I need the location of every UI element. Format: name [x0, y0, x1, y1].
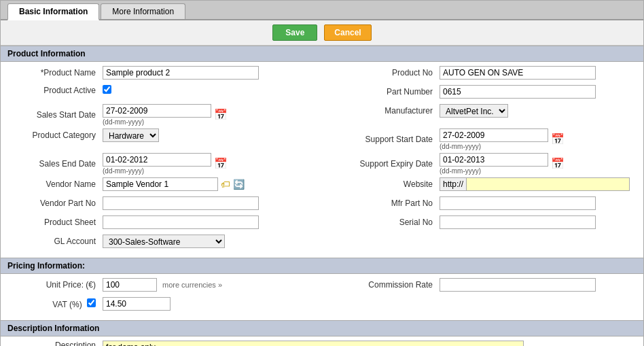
sales-start-date-label: Sales Start Date [7, 110, 103, 120]
gl-account-label: GL Account [7, 237, 103, 246]
col-product-no-right: Product No [344, 66, 596, 80]
row-description: Description for demo only [7, 341, 637, 346]
description-field: for demo only [103, 341, 524, 346]
save-button-top[interactable]: Save [272, 24, 317, 41]
support-expiry-calendar-icon[interactable]: 📅 [551, 158, 565, 169]
product-name-field [103, 66, 259, 80]
sales-end-date-field: (dd-mm-yyyy) 📅 [103, 153, 259, 175]
vat-field [103, 297, 259, 311]
product-category-select[interactable]: Hardware Software Services [103, 128, 159, 142]
sales-start-date-input[interactable] [103, 104, 211, 118]
product-active-field [103, 85, 259, 96]
part-number-input[interactable] [440, 85, 596, 99]
product-name-input[interactable] [103, 66, 259, 80]
col-product-category-left: Product Category Hardware Software Servi… [7, 128, 259, 142]
support-start-date-hint: (dd-mm-yyyy) [440, 143, 548, 150]
pricing-info-section: Unit Price: (€) more currencies » Commis… [1, 274, 643, 320]
product-no-label: Product No [344, 68, 440, 77]
support-expiry-date-hint: (dd-mm-yyyy) [440, 167, 548, 175]
mfr-part-no-input[interactable] [440, 196, 596, 210]
vendor-select-icon[interactable]: 🏷 [221, 179, 230, 190]
row-sales-start: Sales Start Date (dd-mm-yyyy) 📅 Manufact… [7, 104, 637, 126]
product-sheet-input[interactable] [103, 215, 259, 229]
tab-more-information[interactable]: More Information [101, 3, 185, 19]
sales-end-date-hint: (dd-mm-yyyy) [103, 167, 211, 175]
website-input[interactable] [466, 177, 630, 191]
product-no-input[interactable] [440, 66, 596, 80]
serial-no-input[interactable] [440, 215, 596, 229]
col-mfr-part-no-right: Mfr Part No [344, 196, 596, 210]
commission-rate-input[interactable] [440, 278, 596, 292]
description-info-header: Description Information [1, 320, 643, 336]
col-gl-account-left: GL Account 300-Sales-Software 100-Assets… [7, 235, 322, 248]
mfr-part-no-label: Mfr Part No [344, 198, 440, 208]
commission-rate-field [440, 278, 596, 292]
col-sales-start-left: Sales Start Date (dd-mm-yyyy) 📅 [7, 104, 259, 126]
col-vat-left: VAT (%) [7, 297, 322, 311]
vendor-name-input[interactable] [103, 177, 218, 191]
sales-end-date-label: Sales End Date [7, 159, 103, 169]
product-no-field [440, 66, 596, 80]
col-support-start-right: Support Start Date (dd-mm-yyyy) 📅 [344, 128, 596, 150]
vendor-name-label: Vendor Name [7, 179, 103, 189]
col-part-number-right: Part Number [344, 85, 596, 99]
tab-basic-information[interactable]: Basic Information [7, 3, 99, 20]
top-action-bar: Save Cancel [1, 20, 643, 46]
col-serial-no-right: Serial No [344, 215, 596, 229]
row-vat: VAT (%) [7, 297, 637, 313]
row-vendor-part-no: Vendor Part No Mfr Part No [7, 196, 637, 213]
serial-no-field [440, 215, 596, 229]
sales-end-date-input[interactable] [103, 153, 211, 167]
row-product-active: Product Active Part Number [7, 85, 637, 101]
vat-input[interactable] [103, 297, 171, 311]
page-wrapper: Basic Information More Information Save … [0, 0, 644, 346]
unit-price-field: more currencies » [103, 278, 259, 292]
website-label: Website [344, 179, 440, 189]
unit-price-input[interactable] [103, 278, 157, 292]
product-active-checkbox[interactable] [103, 85, 111, 94]
description-info-section: Description for demo only [1, 336, 643, 346]
support-expiry-date-input[interactable] [440, 153, 548, 167]
manufacturer-select[interactable]: AltvetPet Inc. Other [440, 104, 508, 118]
manufacturer-field: AltvetPet Inc. Other [440, 104, 596, 118]
product-category-field: Hardware Software Services [103, 128, 259, 142]
support-start-date-field: (dd-mm-yyyy) 📅 [440, 128, 596, 150]
product-info-section: *Product Name Product No Product Active [1, 62, 643, 258]
more-currencies-label[interactable]: more currencies » [162, 281, 222, 289]
sales-end-calendar-icon[interactable]: 📅 [214, 158, 228, 169]
cancel-button-top[interactable]: Cancel [324, 24, 371, 41]
col-unit-price-left: Unit Price: (€) more currencies » [7, 278, 259, 292]
vendor-part-no-input[interactable] [103, 196, 259, 210]
description-textarea[interactable]: for demo only [103, 341, 524, 346]
part-number-field [440, 85, 596, 99]
mfr-part-no-field [440, 196, 596, 210]
product-info-header: Product Information [1, 46, 643, 62]
row-sales-end: Sales End Date (dd-mm-yyyy) 📅 Support Ex… [7, 153, 637, 175]
product-active-label: Product Active [7, 86, 103, 95]
vat-label: VAT (%) [7, 298, 103, 309]
vendor-part-no-field [103, 196, 259, 210]
vendor-part-no-label: Vendor Part No [7, 198, 103, 208]
vat-checkbox[interactable] [87, 298, 96, 307]
product-sheet-label: Product Sheet [7, 218, 103, 227]
description-label: Description [7, 341, 103, 346]
support-start-date-input[interactable] [440, 128, 548, 142]
col-vendor-name-left: Vendor Name 🏷 🔄 [7, 177, 259, 191]
row-unit-price: Unit Price: (€) more currencies » Commis… [7, 278, 637, 294]
support-start-calendar-icon[interactable]: 📅 [551, 134, 565, 145]
col-product-active-left: Product Active [7, 85, 259, 96]
gl-account-select[interactable]: 300-Sales-Software 100-Assets 200-Liabil… [103, 235, 225, 248]
sales-start-calendar-icon[interactable]: 📅 [214, 109, 228, 120]
tabs-bar: Basic Information More Information [1, 1, 643, 20]
row-product-name: *Product Name Product No [7, 66, 637, 82]
gl-account-field: 300-Sales-Software 100-Assets 200-Liabil… [103, 235, 259, 248]
col-product-name-left: *Product Name [7, 66, 259, 80]
row-gl-account: GL Account 300-Sales-Software 100-Assets… [7, 235, 637, 251]
vendor-clear-icon[interactable]: 🔄 [233, 179, 245, 190]
col-manufacturer-right: Manufacturer AltvetPet Inc. Other [344, 104, 596, 118]
row-product-category: Product Category Hardware Software Servi… [7, 128, 637, 150]
sales-start-date-hint: (dd-mm-yyyy) [103, 118, 211, 126]
support-expiry-date-label: Support Expiry Date [344, 159, 440, 169]
product-sheet-field [103, 215, 259, 229]
support-expiry-date-field: (dd-mm-yyyy) 📅 [440, 153, 596, 175]
